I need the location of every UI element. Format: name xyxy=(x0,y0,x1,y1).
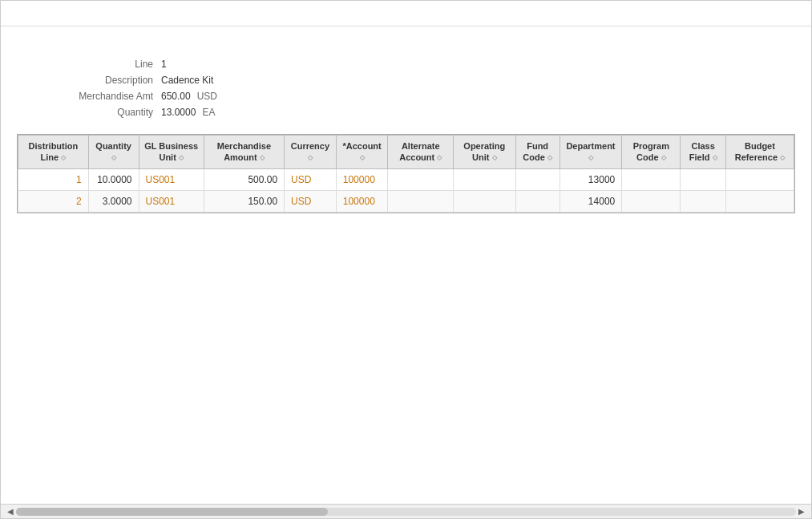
info-row: Line1 xyxy=(17,59,795,70)
info-label: Quantity xyxy=(17,107,161,118)
cell-dist_line: 1 xyxy=(18,168,89,190)
cell-budget_ref xyxy=(725,168,794,190)
col-header-account[interactable]: *Account ◇ xyxy=(336,136,388,169)
cell-class_field xyxy=(681,190,726,212)
cell-alt_account xyxy=(388,168,454,190)
main-content: Line1DescriptionCadence KitMerchandise A… xyxy=(1,26,811,504)
scroll-left-arrow[interactable]: ◀ xyxy=(5,507,16,516)
cell-dist_line: 2 xyxy=(18,190,89,212)
col-header-budget_ref[interactable]: Budget Reference ◇ xyxy=(725,136,794,169)
col-header-merch_amount[interactable]: Merchandise Amount ◇ xyxy=(204,136,284,169)
distribution-table: Distribution Line ◇Quantity ◇GL Business… xyxy=(18,135,794,213)
cell-quantity: 3.0000 xyxy=(88,190,139,212)
info-row: DescriptionCadence Kit xyxy=(17,75,795,86)
sort-icon: ◇ xyxy=(179,154,184,162)
col-header-alt_account[interactable]: Alternate Account ◇ xyxy=(388,136,454,169)
info-section: Line1DescriptionCadence KitMerchandise A… xyxy=(17,59,795,118)
scrollbar-thumb[interactable] xyxy=(16,508,328,516)
info-label: Line xyxy=(17,59,161,70)
sort-icon: ◇ xyxy=(780,154,785,162)
col-header-currency[interactable]: Currency ◇ xyxy=(285,136,337,169)
cell-fund_code xyxy=(515,190,560,212)
cell-gl_bu: US001 xyxy=(139,168,204,190)
sort-icon: ◇ xyxy=(661,154,666,162)
scroll-right-arrow[interactable]: ▶ xyxy=(796,507,807,516)
sort-icon: ◇ xyxy=(360,154,365,162)
cell-merch_amount: 500.00 xyxy=(204,168,284,190)
sort-icon: ◇ xyxy=(308,154,313,162)
info-value: 13.0000 xyxy=(161,107,196,118)
horizontal-scrollbar[interactable]: ◀ ▶ xyxy=(1,504,811,518)
sort-icon: ◇ xyxy=(547,154,552,162)
cell-account: 100000 xyxy=(336,168,388,190)
info-label: Description xyxy=(17,75,161,86)
cell-op_unit xyxy=(454,168,516,190)
cell-currency: USD xyxy=(285,190,337,212)
cell-program_code xyxy=(622,168,681,190)
col-header-gl_bu[interactable]: GL Business Unit ◇ xyxy=(139,136,204,169)
sort-icon: ◇ xyxy=(111,154,116,162)
header-row: Distribution Line ◇Quantity ◇GL Business… xyxy=(18,136,794,169)
info-value: Cadence Kit xyxy=(161,75,213,86)
col-header-dist_line[interactable]: Distribution Line ◇ xyxy=(18,136,89,169)
cell-quantity: 10.0000 xyxy=(88,168,139,190)
cell-department: 14000 xyxy=(560,190,622,212)
cell-currency: USD xyxy=(285,168,337,190)
table-body: 110.0000US001500.00USD1000001300023.0000… xyxy=(18,168,794,212)
distributions-window: Line1DescriptionCadence KitMerchandise A… xyxy=(0,0,812,519)
col-header-op_unit[interactable]: Operating Unit ◇ xyxy=(454,136,516,169)
sort-icon: ◇ xyxy=(492,154,497,162)
cell-program_code xyxy=(622,190,681,212)
title-bar xyxy=(1,1,811,26)
info-row: Merchandise Amt650.00USD xyxy=(17,91,795,102)
info-unit: EA xyxy=(202,107,215,118)
info-value: 650.00 xyxy=(161,91,191,102)
info-row: Quantity13.0000EA xyxy=(17,107,795,118)
info-unit: USD xyxy=(197,91,217,102)
table-row: 23.0000US001150.00USD10000014000 xyxy=(18,190,794,212)
distribution-table-container: Distribution Line ◇Quantity ◇GL Business… xyxy=(17,134,795,213)
sort-icon: ◇ xyxy=(61,154,66,162)
sort-icon: ◇ xyxy=(713,154,717,162)
sort-icon: ◇ xyxy=(588,154,593,162)
cell-alt_account xyxy=(388,190,454,212)
scrollbar-track[interactable] xyxy=(16,508,796,516)
col-header-program_code[interactable]: Program Code ◇ xyxy=(622,136,681,169)
info-value: 1 xyxy=(161,59,167,70)
cell-class_field xyxy=(681,168,726,190)
cell-account: 100000 xyxy=(336,190,388,212)
cell-merch_amount: 150.00 xyxy=(204,190,284,212)
cell-department: 13000 xyxy=(560,168,622,190)
table-row: 110.0000US001500.00USD10000013000 xyxy=(18,168,794,190)
col-header-fund_code[interactable]: Fund Code ◇ xyxy=(515,136,560,169)
col-header-department[interactable]: Department ◇ xyxy=(560,136,622,169)
col-header-class_field[interactable]: Class Field ◇ xyxy=(681,136,726,169)
col-header-quantity[interactable]: Quantity ◇ xyxy=(88,136,139,169)
info-label: Merchandise Amt xyxy=(17,91,161,102)
cell-fund_code xyxy=(515,168,560,190)
table-header: Distribution Line ◇Quantity ◇GL Business… xyxy=(18,136,794,169)
sort-icon: ◇ xyxy=(260,154,265,162)
cell-budget_ref xyxy=(725,190,794,212)
cell-gl_bu: US001 xyxy=(139,190,204,212)
cell-op_unit xyxy=(454,190,516,212)
sort-icon: ◇ xyxy=(437,154,442,162)
